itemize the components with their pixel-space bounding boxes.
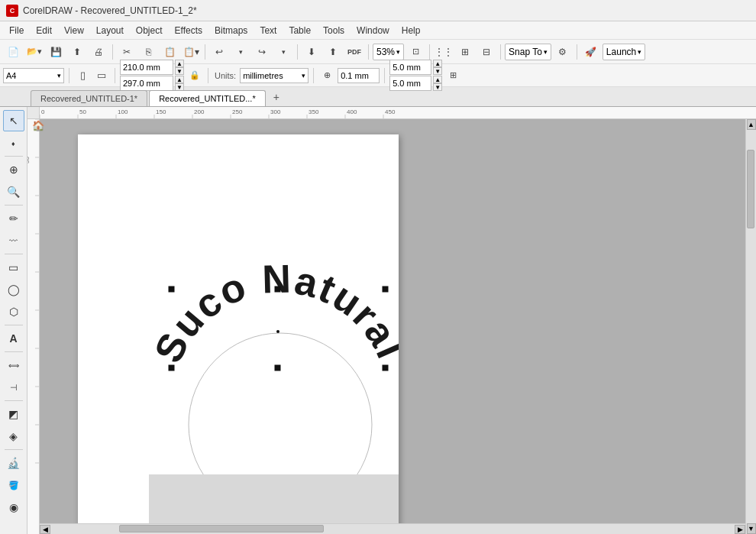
dup-h-spinners: ▲ ▼ <box>433 60 442 75</box>
dup-v-down[interactable]: ▼ <box>433 83 442 91</box>
menu-text[interactable]: Text <box>254 21 283 39</box>
snap-settings-button[interactable]: ⊞ <box>455 42 475 62</box>
node-edit-tool[interactable]: ⬧ <box>3 132 24 154</box>
scroll-track-v[interactable] <box>746 130 756 523</box>
vertical-scrollbar[interactable]: ▲ ▼ <box>745 119 756 534</box>
menu-window[interactable]: Window <box>351 21 396 39</box>
import-button[interactable]: ⬇ <box>302 42 321 62</box>
scroll-right-button[interactable]: ▶ <box>735 525 745 534</box>
menu-help[interactable]: Help <box>396 21 427 39</box>
crop-tool[interactable]: ⊕ <box>3 159 24 180</box>
connector-tool[interactable]: ⊣ <box>3 377 24 398</box>
paste-button[interactable]: 📋 <box>160 42 179 62</box>
tab-add-button[interactable]: + <box>267 88 286 106</box>
transparency-tool[interactable]: ◈ <box>3 426 24 447</box>
svg-text:0: 0 <box>41 108 45 115</box>
publish-button[interactable]: ⬆ <box>67 42 87 62</box>
scroll-track-h[interactable] <box>50 524 735 534</box>
text-tool[interactable]: A <box>3 328 24 349</box>
dup-h-up[interactable]: ▲ <box>433 60 442 67</box>
home-tab-icon[interactable]: 🏠 <box>32 120 44 131</box>
undo-dropdown[interactable]: ▾ <box>231 42 250 62</box>
menu-file[interactable]: File <box>3 21 30 39</box>
height-input[interactable]: 297.0 mm <box>120 76 173 91</box>
artwork-svg: Suco Natural <box>78 134 399 534</box>
scroll-up-button[interactable]: ▲ <box>747 119 756 130</box>
select-tool[interactable]: ↖ <box>3 110 24 131</box>
horizontal-scrollbar[interactable]: ◀ ▶ <box>40 523 745 534</box>
paste-special-button[interactable]: 📋▾ <box>181 42 201 62</box>
smart-fill-tool[interactable]: ◉ <box>3 497 24 518</box>
svg-rect-0 <box>40 107 756 118</box>
menu-table[interactable]: Table <box>283 21 317 39</box>
width-value: 210.0 mm <box>123 63 160 72</box>
zoom-tool[interactable]: 🔍 <box>3 181 24 202</box>
menu-tools[interactable]: Tools <box>317 21 351 39</box>
landscape-button[interactable]: ▭ <box>93 67 110 84</box>
svg-text:100: 100 <box>118 108 128 115</box>
dup-h-input[interactable]: 5.0 mm <box>389 60 431 75</box>
view-grid-button[interactable]: ⋮⋮ <box>434 42 454 62</box>
height-value: 297.0 mm <box>123 79 160 88</box>
ltool-sep2 <box>5 205 23 206</box>
page-props-button[interactable]: ⊞ <box>444 67 461 84</box>
launch-icon-button[interactable]: 🚀 <box>581 42 601 62</box>
scroll-down-button[interactable]: ▼ <box>747 523 756 534</box>
menu-edit[interactable]: Edit <box>30 21 58 39</box>
undo-button[interactable]: ↩ <box>209 42 229 62</box>
svg-rect-41 <box>275 286 280 292</box>
redo-dropdown[interactable]: ▾ <box>273 42 293 62</box>
copy-button[interactable]: ⎘ <box>138 42 158 62</box>
tab-2[interactable]: Recovered_UNTITLED...* <box>149 90 266 106</box>
nudge-input[interactable]: 0.1 mm <box>338 68 380 83</box>
save-button[interactable]: 💾 <box>46 42 66 62</box>
rectangle-tool[interactable]: ▭ <box>3 257 24 278</box>
polygon-tool[interactable]: ⬡ <box>3 301 24 322</box>
redo-button[interactable]: ↪ <box>252 42 272 62</box>
page-size-selector[interactable]: A4 ▾ <box>3 68 64 83</box>
artistic-media-tool[interactable]: 〰 <box>3 230 24 251</box>
menu-bitmaps[interactable]: Bitmaps <box>208 21 254 39</box>
export-button[interactable]: ⬆ <box>323 42 343 62</box>
menu-effects[interactable]: Effects <box>169 21 208 39</box>
width-up[interactable]: ▲ <box>175 60 184 67</box>
canvas-area[interactable]: Suco Natural <box>40 119 756 534</box>
units-selector[interactable]: millimetres ▾ <box>240 68 309 83</box>
scroll-thumb-h[interactable] <box>119 525 325 532</box>
cut-button[interactable]: ✂ <box>117 42 137 62</box>
print-button[interactable]: 🖨 <box>89 42 108 62</box>
menu-view[interactable]: View <box>58 21 90 39</box>
lock-ratio-button[interactable]: 🔒 <box>186 67 203 84</box>
zoom-dropdown[interactable]: 53% ▾ <box>373 44 404 60</box>
snap-to-dropdown[interactable]: Snap To ▾ <box>505 44 551 60</box>
ltool-sep5 <box>5 351 23 352</box>
menu-layout[interactable]: Layout <box>90 21 130 39</box>
width-down[interactable]: ▼ <box>175 67 184 75</box>
open-button[interactable]: 📂▾ <box>24 42 44 62</box>
tab-1[interactable]: Recovered_UNTITLED-1* <box>31 90 147 106</box>
fill-tool[interactable]: 🪣 <box>3 474 24 496</box>
width-input[interactable]: 210.0 mm <box>120 60 173 75</box>
portrait-button[interactable]: ▯ <box>74 67 91 84</box>
ltool-sep7 <box>5 449 23 450</box>
new-button[interactable]: 📄 <box>3 42 23 62</box>
zoom-mode-button[interactable]: ⊡ <box>405 42 425 62</box>
window-title: CorelDRAW - Recovered_UNTITLED-1_2* <box>23 5 197 16</box>
dup-h-down[interactable]: ▼ <box>433 67 442 75</box>
drop-shadow-tool[interactable]: ◩ <box>3 403 24 425</box>
launch-dropdown[interactable]: Launch ▾ <box>603 44 645 60</box>
dup-v-input[interactable]: 5.0 mm <box>389 76 431 91</box>
export-pdf-button[interactable]: PDF <box>344 42 364 62</box>
freehand-tool[interactable]: ✏ <box>3 208 24 229</box>
snap-settings-gear[interactable]: ⚙ <box>553 42 573 62</box>
snap-objects-button[interactable]: ⊟ <box>477 42 496 62</box>
dimension-tool[interactable]: ⟺ <box>3 354 24 376</box>
height-up[interactable]: ▲ <box>175 76 184 83</box>
scroll-left-button[interactable]: ◀ <box>40 525 50 534</box>
ellipse-tool[interactable]: ◯ <box>3 279 24 300</box>
document-canvas: Suco Natural <box>78 134 399 534</box>
menu-object[interactable]: Object <box>130 21 169 39</box>
dup-v-up[interactable]: ▲ <box>433 76 442 83</box>
scroll-thumb-v[interactable] <box>747 150 754 228</box>
eyedropper-tool[interactable]: 🔬 <box>3 452 24 474</box>
